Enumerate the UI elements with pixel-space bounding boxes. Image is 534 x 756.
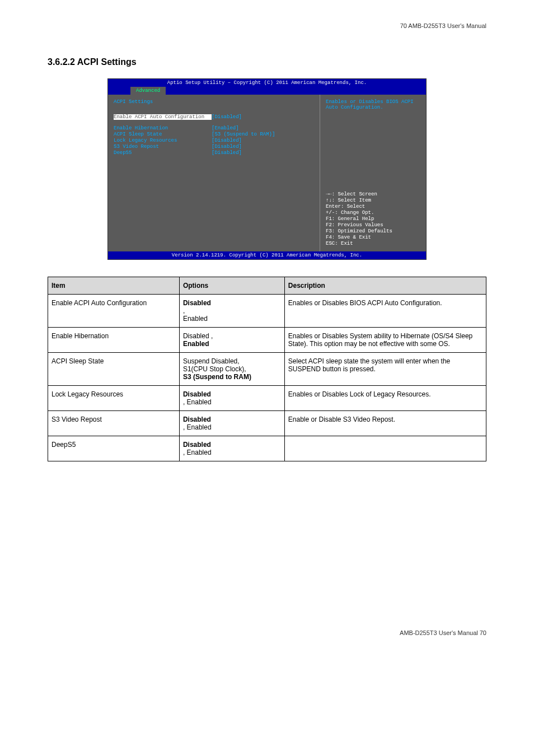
table-row: Enable ACPI Auto ConfigurationDisabled ,… bbox=[48, 295, 486, 328]
bios-help-pane: Enables or Disables BIOS ACPI Auto Confi… bbox=[320, 95, 426, 251]
bios-key-hint: F2: Previous Values bbox=[326, 222, 420, 228]
bios-main-pane: ACPI Settings Enable ACPI Auto Configura… bbox=[108, 95, 320, 251]
bios-screenshot: Aptio Setup Utility – Copyright (C) 2011… bbox=[107, 78, 427, 260]
page-header: 70 AMB-D255T3 User's Manual bbox=[48, 22, 486, 29]
bios-setting-label: S3 Video Repost bbox=[114, 144, 212, 150]
bios-setting-row: Enable Hibernation[Enabled] bbox=[114, 125, 314, 131]
table-cell-item: S3 Video Repost bbox=[48, 411, 180, 436]
table-cell-description: Enable or Disable S3 Video Repost. bbox=[284, 411, 486, 436]
bios-key-hint: F1: General Help bbox=[326, 216, 420, 222]
bios-key-hint: Enter: Select bbox=[326, 204, 420, 209]
bios-key-hint: ↑↓: Select Item bbox=[326, 198, 420, 203]
table-header-options: Options bbox=[179, 277, 284, 295]
table-header-row: Item Options Description bbox=[48, 277, 486, 295]
bios-setting-value: [Enabled] bbox=[212, 125, 239, 131]
page-footer: AMB-D255T3 User's Manual 70 bbox=[48, 629, 486, 636]
bios-key-hint: +/-: Change Opt. bbox=[326, 210, 420, 216]
bios-setting-row: DeepS5[Disabled] bbox=[114, 150, 314, 156]
table-row: DeepS5Disabled , Enabled bbox=[48, 436, 486, 461]
table-cell-description: Enables or Disables BIOS ACPI Auto Confi… bbox=[284, 295, 486, 328]
bios-setting-label: DeepS5 bbox=[114, 150, 212, 156]
table-cell-description: Enables or Disables Lock of Legacy Resou… bbox=[284, 386, 486, 411]
bios-key-hint: →←: Select Screen bbox=[326, 192, 420, 197]
table-row: Enable HibernationDisabled ,EnabledEnabl… bbox=[48, 328, 486, 353]
bios-setting-row: ACPI Sleep State[S3 (Suspend to RAM)] bbox=[114, 132, 314, 137]
bios-setting-value: [S3 (Suspend to RAM)] bbox=[212, 132, 275, 137]
bios-setting-value: [Disabled] bbox=[212, 138, 242, 143]
bios-key-hint: F3: Optimized Defaults bbox=[326, 228, 420, 234]
bios-setting-value: [Disabled] bbox=[212, 114, 242, 120]
bios-tab-advanced: Advanced bbox=[130, 87, 166, 95]
table-header-description: Description bbox=[284, 277, 486, 295]
table-cell-item: Enable Hibernation bbox=[48, 328, 180, 353]
bios-setting-value: [Disabled] bbox=[212, 144, 242, 150]
bios-setting-row: Enable ACPI Auto Configuration[Disabled] bbox=[114, 114, 314, 120]
options-table: Item Options Description Enable ACPI Aut… bbox=[48, 277, 486, 461]
table-cell-item: ACPI Sleep State bbox=[48, 353, 180, 386]
table-cell-options: Disabled ,Enabled bbox=[179, 295, 284, 328]
table-cell-description bbox=[284, 436, 486, 461]
table-cell-item: Lock Legacy Resources bbox=[48, 386, 180, 411]
bios-setting-label: Enable Hibernation bbox=[114, 125, 212, 131]
bios-key-hint: ESC: Exit bbox=[326, 241, 420, 246]
bios-setting-row: S3 Video Repost[Disabled] bbox=[114, 144, 314, 150]
table-row: ACPI Sleep StateSuspend Disabled,S1(CPU … bbox=[48, 353, 486, 386]
bios-tab-bar: Advanced bbox=[108, 87, 426, 95]
table-cell-item: DeepS5 bbox=[48, 436, 180, 461]
section-title: 3.6.2.2 ACPI Settings bbox=[48, 57, 486, 67]
table-cell-description: Select ACPI sleep state the system will … bbox=[284, 353, 486, 386]
bios-help-text: Enables or Disables BIOS ACPI Auto Confi… bbox=[326, 99, 420, 110]
table-row: Lock Legacy ResourcesDisabled , EnabledE… bbox=[48, 386, 486, 411]
table-cell-item: Enable ACPI Auto Configuration bbox=[48, 295, 180, 328]
bios-key-hint: F4: Save & Exit bbox=[326, 235, 420, 240]
bios-footer-bar: Version 2.14.1219. Copyright (C) 2011 Am… bbox=[108, 251, 426, 259]
table-cell-options: Suspend Disabled,S1(CPU Stop Clock),S3 (… bbox=[179, 353, 284, 386]
table-cell-options: Disabled , Enabled bbox=[179, 436, 284, 461]
table-cell-description: Enables or Disables System ability to Hi… bbox=[284, 328, 486, 353]
table-row: S3 Video RepostDisabled , EnabledEnable … bbox=[48, 411, 486, 436]
bios-setting-label: ACPI Sleep State bbox=[114, 132, 212, 137]
table-cell-options: Disabled , Enabled bbox=[179, 411, 284, 436]
bios-setting-label: Enable ACPI Auto Configuration bbox=[114, 114, 212, 120]
bios-keys: →←: Select Screen↑↓: Select ItemEnter: S… bbox=[326, 191, 420, 247]
bios-setting-value: [Disabled] bbox=[212, 150, 242, 156]
bios-setting-label: Lock Legacy Resources bbox=[114, 138, 212, 143]
bios-group-title: ACPI Settings bbox=[114, 99, 314, 105]
table-cell-options: Disabled ,Enabled bbox=[179, 328, 284, 353]
table-cell-options: Disabled , Enabled bbox=[179, 386, 284, 411]
bios-title-bar: Aptio Setup Utility – Copyright (C) 2011… bbox=[108, 79, 426, 87]
bios-setting-row: Lock Legacy Resources[Disabled] bbox=[114, 138, 314, 143]
table-header-item: Item bbox=[48, 277, 180, 295]
